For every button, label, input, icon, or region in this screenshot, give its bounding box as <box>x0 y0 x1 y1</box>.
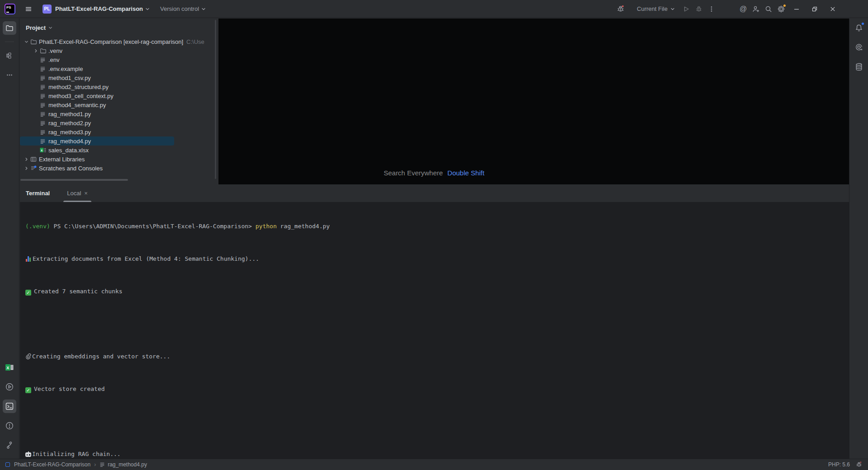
git-tool-button[interactable] <box>3 438 16 452</box>
chevron-down-icon <box>201 6 206 12</box>
terminal-command-line: (.venv) PS C:\Users\ADMIN\Documents\Phat… <box>25 222 849 230</box>
database-tool-button[interactable] <box>852 60 866 74</box>
tree-item[interactable]: External Libraries <box>20 155 218 164</box>
command-argument: rag_method4.py <box>277 223 330 230</box>
terminal-line: Extracting documents from Excel (Method … <box>25 255 849 263</box>
structure-tool-button[interactable] <box>3 49 16 62</box>
project-vertical-scrollbar[interactable] <box>215 20 216 179</box>
tree-item[interactable]: x sales_data.xlsx <box>20 146 218 155</box>
phpstorm-logo-text: PS <box>6 5 11 9</box>
status-bar: PhatLT-Excel-RAG-Comparison › rag_method… <box>0 459 868 470</box>
terminal-line: Creating embeddings and vector store... <box>25 352 849 361</box>
run-button[interactable] <box>680 2 693 16</box>
database-icon <box>854 62 863 71</box>
user-plus-icon <box>752 5 760 13</box>
bug-with-error-icon <box>616 5 625 14</box>
run-configuration-selector[interactable]: Current File <box>637 2 675 16</box>
tree-item[interactable]: rag_method1.py <box>20 109 218 118</box>
terminal-line: ✓Created 7 semantic chunks <box>25 287 849 296</box>
debug-button[interactable] <box>693 2 705 16</box>
git-branch-icon <box>5 441 14 450</box>
terminal-tab-local[interactable]: Local × <box>63 184 91 202</box>
statusbar-right: PHP: 5.6 <box>828 461 863 468</box>
window-restore-button[interactable] <box>806 0 824 18</box>
libraries-icon <box>30 155 38 163</box>
tree-item[interactable]: rag_method2.py <box>20 118 218 127</box>
ai-assistant-chat-button[interactable] <box>852 41 866 54</box>
workspace-icon <box>5 462 10 467</box>
chevron-right-icon[interactable] <box>22 164 30 172</box>
breadcrumb-project[interactable]: PhatLT-Excel-RAG-Comparison <box>14 461 90 468</box>
phpstorm-logo-icon[interactable]: PS <box>5 4 15 14</box>
chevron-right-icon[interactable] <box>32 47 40 55</box>
tree-item[interactable]: .env.example <box>20 64 218 73</box>
chevron-down-icon[interactable] <box>22 38 30 46</box>
ai-assistant-button[interactable]: @ <box>737 2 749 16</box>
bug-icon <box>695 5 702 13</box>
project-horizontal-scrollbar[interactable] <box>20 179 128 181</box>
tree-item[interactable]: method2_structured.py <box>20 82 218 91</box>
tree-item[interactable]: .venv <box>20 46 218 55</box>
project-name-label: PhatLT-Excel-RAG-Comparison <box>55 5 143 12</box>
file-icon <box>40 92 48 99</box>
tree-item[interactable]: PhatLT-Excel-RAG-Comparison [excel-rag-c… <box>20 37 218 46</box>
php-debug-listen-status[interactable] <box>855 461 863 468</box>
main-menu-button[interactable] <box>22 2 35 16</box>
window-minimize-button[interactable] <box>787 0 806 18</box>
strip-divider <box>5 42 14 42</box>
version-control-menu[interactable]: Version control <box>160 2 206 16</box>
chevron-right-icon[interactable] <box>22 155 30 163</box>
problems-tool-button[interactable] <box>3 419 16 432</box>
project-selector[interactable]: PhatLT-Excel-RAG-Comparison <box>55 2 150 16</box>
terminal-tool-button[interactable] <box>3 400 16 413</box>
tree-item-label: method4_semantic.py <box>48 102 106 108</box>
venv-prefix: (.venv) <box>25 223 50 230</box>
file-icon <box>100 462 105 467</box>
php-version-widget[interactable]: PHP: 5.6 <box>828 461 850 468</box>
line-text: Initializing RAG chain... <box>32 451 121 457</box>
robot-emoji <box>25 451 31 457</box>
hamburger-icon <box>25 5 32 13</box>
settings-update-badge <box>783 4 786 7</box>
excel-tool-button[interactable]: X <box>3 361 16 374</box>
tree-item[interactable]: .env <box>20 55 218 64</box>
chevron-down-icon <box>145 6 150 12</box>
window-close-button[interactable] <box>824 0 842 18</box>
more-tool-windows-button[interactable] <box>3 68 16 82</box>
terminal-icon <box>5 402 14 411</box>
settings-button[interactable] <box>775 2 787 16</box>
chevron-down-icon <box>670 6 675 12</box>
restore-icon <box>811 6 818 12</box>
search-everywhere-button[interactable] <box>762 2 775 16</box>
terminal-panel-title[interactable]: Terminal <box>26 184 50 202</box>
code-with-me-button[interactable] <box>749 2 762 16</box>
horizontal-ellipsis-icon <box>6 71 13 79</box>
tree-item[interactable]: Scratches and Consoles <box>20 164 218 173</box>
terminal-output[interactable]: (.venv) PS C:\Users\ADMIN\Documents\Phat… <box>20 202 849 459</box>
file-icon <box>40 101 48 108</box>
breadcrumb-file[interactable]: rag_method4.py <box>108 461 147 468</box>
file-icon <box>40 56 48 63</box>
tree-item[interactable]: method3_cell_context.py <box>20 91 218 100</box>
php-debug-listen-button[interactable] <box>614 2 627 16</box>
project-tool-button[interactable] <box>3 21 16 35</box>
command-python: python <box>256 223 277 230</box>
project-panel-header[interactable]: Project <box>20 22 218 33</box>
editor-empty-area[interactable] <box>218 19 849 184</box>
notifications-button[interactable] <box>852 21 866 35</box>
run-configuration-label: Current File <box>637 5 668 12</box>
active-tab-underline <box>63 201 91 202</box>
tab-close-icon[interactable]: × <box>84 190 88 197</box>
more-actions-button[interactable] <box>705 2 718 16</box>
tree-item-selected[interactable]: rag_method4.py <box>20 136 174 146</box>
breadcrumb-separator: › <box>94 461 96 468</box>
tree-item[interactable]: method4_semantic.py <box>20 100 218 109</box>
tree-item-label: rag_method3.py <box>48 129 91 136</box>
svg-text:X: X <box>6 366 9 370</box>
tree-item[interactable]: method1_csv.py <box>20 73 218 82</box>
tree-item-path: C:\Use <box>186 38 204 45</box>
run-tool-button[interactable] <box>3 380 16 394</box>
excel-icon: X <box>5 363 14 372</box>
file-icon <box>40 110 48 118</box>
tree-item[interactable]: rag_method3.py <box>20 127 218 136</box>
